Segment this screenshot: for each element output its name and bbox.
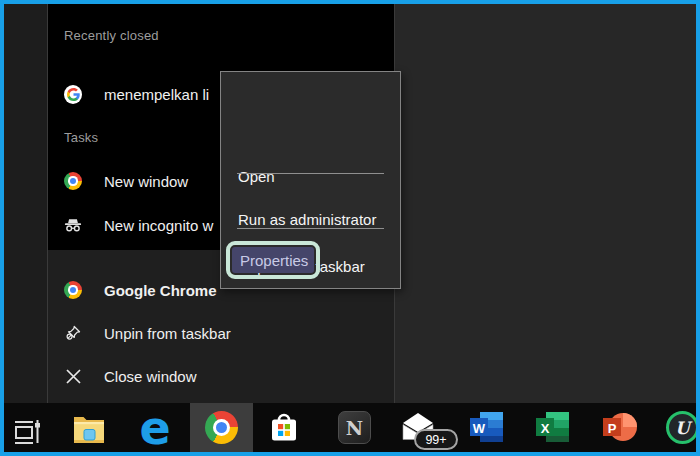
close-icon bbox=[64, 367, 82, 385]
powerpoint-button[interactable]: P bbox=[602, 410, 638, 444]
new-incognito-label: New incognito w bbox=[104, 217, 213, 234]
tasks-header: Tasks bbox=[64, 130, 98, 145]
excel-icon: X bbox=[535, 410, 571, 444]
recent-item-label: menempelkan li bbox=[104, 86, 209, 103]
desktop-background bbox=[395, 0, 700, 403]
properties-label: Properties bbox=[240, 252, 308, 269]
mail-unread-badge: 99+ bbox=[414, 429, 458, 450]
notion-button[interactable]: N bbox=[338, 411, 371, 444]
file-explorer-button[interactable] bbox=[72, 414, 106, 443]
unpin-label: Unpin from taskbar bbox=[104, 325, 231, 342]
chrome-button[interactable] bbox=[205, 411, 238, 444]
chrome-icon bbox=[64, 172, 82, 190]
notion-icon: N bbox=[338, 411, 371, 444]
uninstaller-button[interactable]: U bbox=[666, 411, 699, 444]
svg-text:P: P bbox=[608, 421, 617, 436]
powerpoint-icon: P bbox=[602, 410, 638, 444]
edge-icon: e bbox=[139, 411, 170, 445]
google-g-icon bbox=[64, 85, 82, 103]
chrome-icon bbox=[64, 281, 82, 299]
menu-divider bbox=[237, 228, 384, 229]
menu-divider bbox=[237, 173, 384, 174]
jumplist-item-unpin[interactable]: Unpin from taskbar bbox=[48, 321, 394, 345]
jumplist-item-close[interactable]: Close window bbox=[48, 364, 394, 388]
menu-item-open[interactable]: Open bbox=[238, 168, 275, 186]
word-button[interactable]: W bbox=[469, 410, 505, 444]
close-window-label: Close window bbox=[104, 368, 197, 385]
word-icon: W bbox=[469, 410, 505, 444]
chrome-icon bbox=[205, 411, 238, 444]
edge-button[interactable]: e bbox=[138, 411, 172, 445]
new-window-label: New window bbox=[104, 173, 188, 190]
menu-item-run-as-administrator[interactable]: Run as administrator bbox=[238, 211, 376, 229]
uninstaller-icon: U bbox=[666, 411, 699, 444]
screenshot-root: Recently closed menempelkan li Tasks bbox=[0, 0, 700, 456]
svg-text:W: W bbox=[473, 421, 486, 436]
recently-closed-header: Recently closed bbox=[64, 28, 159, 43]
unpin-icon bbox=[64, 324, 82, 342]
taskbar: e N bbox=[0, 403, 700, 456]
context-menu: Open Run as administrator Unpin from tas… bbox=[220, 71, 401, 289]
microsoft-store-button[interactable] bbox=[267, 410, 301, 444]
task-view-button[interactable] bbox=[13, 417, 41, 445]
menu-item-properties[interactable]: Properties bbox=[232, 247, 314, 273]
excel-button[interactable]: X bbox=[535, 410, 571, 444]
incognito-icon bbox=[64, 216, 82, 234]
app-name-label: Google Chrome bbox=[104, 282, 217, 299]
svg-text:X: X bbox=[541, 421, 550, 436]
annotation-highlight-ring: Properties bbox=[226, 241, 320, 279]
